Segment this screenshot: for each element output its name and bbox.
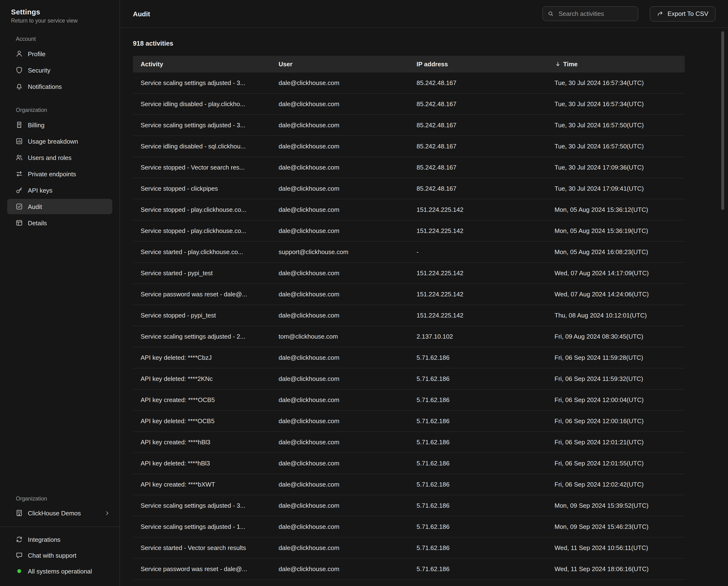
sidebar-item-usage-breakdown[interactable]: Usage breakdown [7, 133, 112, 149]
users-icon [15, 154, 23, 162]
cell-activity: API key deleted: ****OCB5 [133, 417, 271, 424]
cell-user: dale@clickhouse.com [271, 544, 409, 552]
cell-time: Tue, 30 Jul 2024 17:09:36(UTC) [547, 164, 685, 171]
cell-ip: 5.71.62.186 [409, 565, 547, 572]
sidebar-item-audit[interactable]: Audit [7, 199, 112, 214]
settings-title: Settings [11, 8, 78, 16]
page-header: Audit Export To CSV [120, 0, 728, 28]
sidebar-item-label: Billing [28, 121, 44, 128]
sidebar-item-notifications[interactable]: Notifications [7, 79, 112, 94]
sidebar-item-label: Notifications [28, 83, 62, 90]
status-label: All systems operational [28, 567, 92, 575]
cell-time: Mon, 09 Sep 2024 15:46:23(UTC) [547, 523, 685, 530]
sidebar-item-details[interactable]: Details [7, 215, 112, 230]
sidebar-item-system-status[interactable]: All systems operational [7, 563, 112, 579]
column-header-time[interactable]: Time [547, 60, 685, 68]
cell-time: Fri, 06 Sep 2024 12:01:55(UTC) [547, 460, 685, 467]
chart-icon [15, 137, 23, 145]
search-icon [548, 10, 554, 17]
sidebar-item-integrations[interactable]: Integrations [7, 532, 112, 547]
cell-user: dale@clickhouse.com [271, 164, 409, 171]
cell-ip: 5.71.62.186 [409, 523, 547, 530]
cell-time: Fri, 06 Sep 2024 11:59:28(UTC) [547, 354, 685, 361]
sidebar-item-billing[interactable]: Billing [7, 117, 112, 132]
cell-time: Mon, 05 Aug 2024 15:36:12(UTC) [547, 206, 685, 213]
cell-time: Tue, 30 Jul 2024 16:57:50(UTC) [547, 143, 685, 150]
cell-user: dale@clickhouse.com [271, 206, 409, 213]
column-header-ip[interactable]: IP address [409, 60, 547, 68]
sidebar-item-profile[interactable]: Profile [7, 46, 112, 62]
sidebar-item-private-endpoints[interactable]: Private endpoints [7, 166, 112, 181]
cell-user: dale@clickhouse.com [271, 460, 409, 467]
person-icon [15, 50, 23, 58]
cell-activity: Service idling disabled - play.clickho..… [133, 100, 271, 107]
cell-activity: API key created: ****hBl3 [133, 439, 271, 446]
search-activities-box[interactable] [542, 6, 638, 21]
app-window: Settings Return to your service view Acc… [0, 0, 728, 586]
cell-ip: 151.224.225.142 [409, 291, 547, 298]
settings-sidebar: Settings Return to your service view Acc… [0, 0, 120, 586]
column-header-activity[interactable]: Activity [133, 60, 271, 68]
table-row: Service idling disabled - sql.clickhou..… [133, 136, 685, 157]
sidebar-title-block: Settings Return to your service view [11, 8, 78, 24]
cell-user: dale@clickhouse.com [271, 100, 409, 107]
cell-time: Fri, 06 Sep 2024 12:02:42(UTC) [547, 481, 685, 488]
cell-time: Wed, 11 Sep 2024 18:06:16(UTC) [547, 565, 685, 572]
cell-time: Wed, 07 Aug 2024 14:17:09(UTC) [547, 269, 685, 277]
table-row: Service scaling settings adjusted - 2...… [133, 326, 685, 347]
cell-user: dale@clickhouse.com [271, 502, 409, 509]
table-row: Service started - play.clickhouse.co... … [133, 242, 685, 263]
check-square-icon [15, 203, 23, 211]
export-csv-button[interactable]: Export To CSV [650, 6, 716, 21]
return-to-service-link[interactable]: Return to your service view [11, 18, 78, 24]
cell-user: dale@clickhouse.com [271, 375, 409, 382]
cell-time: Wed, 11 Sep 2024 10:56:11(UTC) [547, 544, 685, 552]
column-label: User [279, 60, 292, 68]
table-row: Service stopped - pypi_test dale@clickho… [133, 305, 685, 326]
cell-ip: - [409, 248, 547, 255]
cell-ip: 5.71.62.186 [409, 417, 547, 424]
chat-bubble-icon [15, 552, 23, 559]
cell-ip: 85.242.48.167 [409, 79, 547, 87]
cell-time: Fri, 06 Sep 2024 12:01:21(UTC) [547, 439, 685, 446]
cell-user: dale@clickhouse.com [271, 396, 409, 404]
sidebar-item-chat-support[interactable]: Chat with support [7, 547, 112, 563]
cell-user: dale@clickhouse.com [271, 143, 409, 150]
org-switcher[interactable]: ClickHouse Demos [7, 505, 112, 521]
cell-ip: 5.71.62.186 [409, 439, 547, 446]
column-header-user[interactable]: User [271, 60, 409, 68]
cell-ip: 2.137.10.102 [409, 333, 547, 340]
sidebar-item-api-keys[interactable]: API keys [7, 182, 112, 198]
search-activities-input[interactable] [557, 9, 633, 18]
org-name: ClickHouse Demos [28, 509, 81, 517]
sidebar-item-users-and-roles[interactable]: Users and roles [7, 150, 112, 165]
shield-icon [15, 66, 23, 74]
table-row: Service stopped - play.clickhouse.co... … [133, 199, 685, 220]
cell-ip: 5.71.62.186 [409, 375, 547, 382]
table-row: API key created: ****hBl3 dale@clickhous… [133, 432, 685, 453]
vertical-scrollbar-thumb[interactable] [721, 31, 724, 210]
sidebar-item-label: Chat with support [28, 552, 76, 559]
column-label: Activity [140, 60, 163, 68]
sidebar-item-label: Users and roles [28, 154, 72, 161]
table-row: Service stopped - observability-demo dal… [133, 580, 685, 586]
cell-activity: Service started - play.clickhouse.co... [133, 248, 271, 255]
cell-activity: Service stopped - Vector search res... [133, 164, 271, 171]
sidebar-item-security[interactable]: Security [7, 63, 112, 78]
chevron-right-icon [104, 510, 110, 516]
table-row: Service scaling settings adjusted - 3...… [133, 115, 685, 136]
account-section-label: Account [16, 36, 120, 42]
cell-ip: 85.242.48.167 [409, 143, 547, 150]
column-label: IP address [417, 60, 448, 68]
cell-user: dale@clickhouse.com [271, 269, 409, 277]
cell-ip: 85.242.48.167 [409, 164, 547, 171]
cell-ip: 5.71.62.186 [409, 396, 547, 404]
bell-icon [15, 82, 23, 90]
table-header-row: Activity User IP address Time [133, 56, 685, 73]
cell-time: Fri, 09 Aug 2024 08:30:45(UTC) [547, 333, 685, 340]
cell-activity: Service scaling settings adjusted - 3... [133, 122, 271, 129]
cell-ip: 5.71.62.186 [409, 481, 547, 488]
cell-ip: 5.71.62.186 [409, 502, 547, 509]
cell-activity: API key deleted: ****2KNc [133, 375, 271, 382]
table-row: Service idling disabled - play.clickho..… [133, 94, 685, 115]
